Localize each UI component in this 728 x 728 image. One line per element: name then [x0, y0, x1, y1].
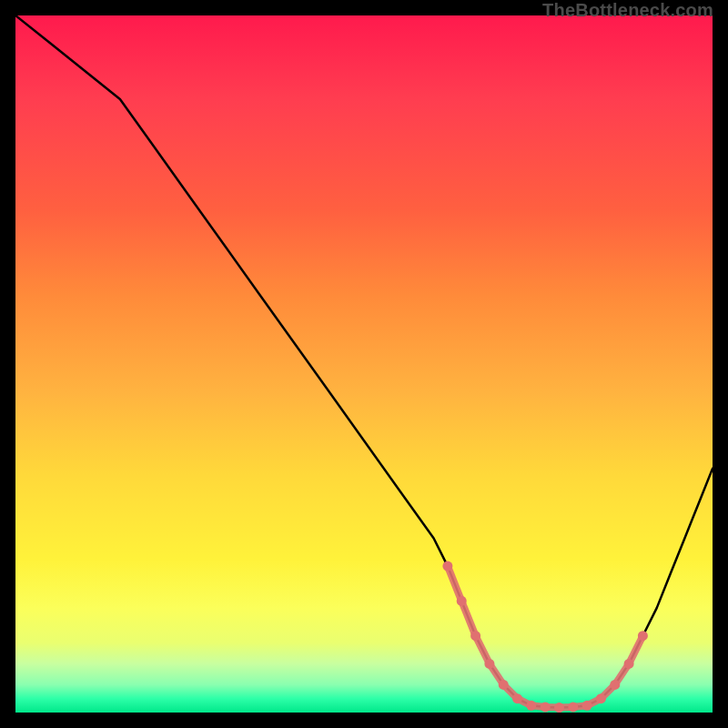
- svg-point-2: [470, 631, 480, 641]
- svg-point-3: [484, 659, 494, 669]
- svg-point-13: [624, 659, 634, 669]
- svg-point-14: [638, 631, 648, 641]
- curve-svg: [15, 15, 713, 713]
- svg-point-4: [499, 680, 509, 690]
- svg-point-1: [457, 596, 467, 606]
- svg-point-9: [568, 702, 578, 712]
- bottleneck-curve: [15, 15, 713, 708]
- svg-point-10: [582, 701, 592, 711]
- svg-point-5: [512, 693, 522, 703]
- svg-point-7: [541, 702, 551, 712]
- svg-point-11: [596, 693, 606, 703]
- watermark-text: TheBottleneck.com: [542, 0, 713, 21]
- svg-point-12: [610, 680, 620, 690]
- gradient-plot-area: [15, 15, 713, 713]
- svg-point-8: [554, 703, 564, 713]
- optimal-zone-markers: [442, 561, 648, 713]
- svg-point-6: [526, 701, 536, 711]
- svg-point-0: [442, 561, 452, 571]
- chart-frame: TheBottleneck.com: [0, 0, 728, 728]
